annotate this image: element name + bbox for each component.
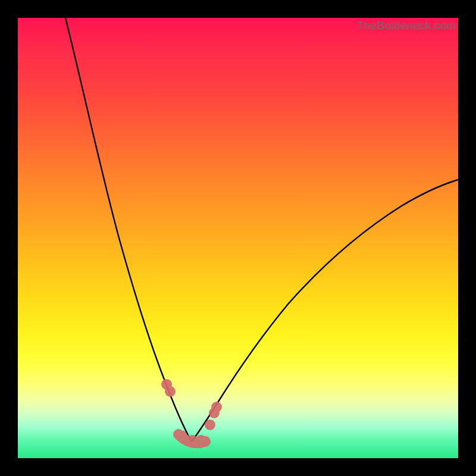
- curve-right: [192, 180, 458, 441]
- plot-area: [18, 18, 458, 458]
- svg-point-1: [165, 386, 176, 397]
- dot-cluster: [161, 379, 222, 446]
- svg-point-7: [211, 402, 222, 412]
- svg-point-5: [205, 419, 215, 430]
- watermark-text: TheBottleneck.com: [357, 19, 456, 32]
- curve-left: [65, 18, 192, 441]
- chart-svg: [18, 18, 458, 458]
